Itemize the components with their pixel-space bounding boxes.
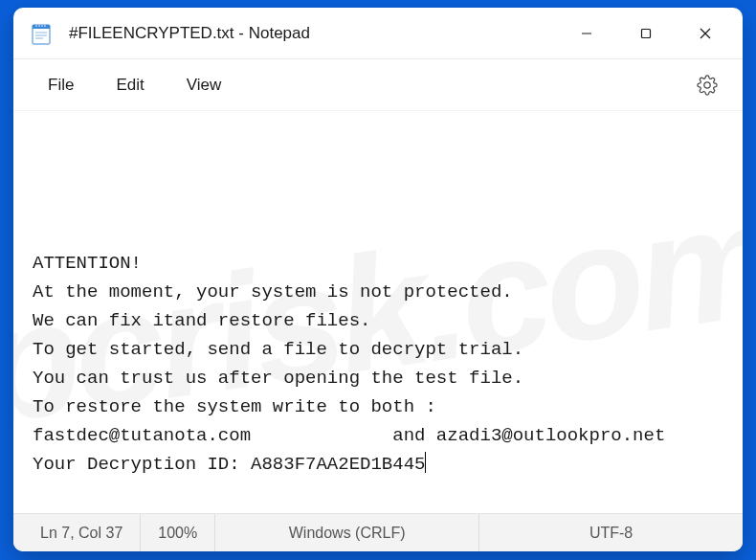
gear-icon [697, 75, 718, 96]
statusbar: Ln 7, Col 37 100% Windows (CRLF) UTF-8 [13, 513, 743, 551]
text-area[interactable]: pcrisk.com ATTENTION! At the moment, you… [13, 111, 743, 513]
svg-point-8 [44, 25, 46, 27]
svg-point-5 [35, 25, 37, 27]
svg-rect-10 [642, 29, 651, 37]
status-zoom[interactable]: 100% [141, 514, 215, 551]
maximize-button[interactable] [616, 12, 676, 55]
text-line: To restore the system write to both : [33, 396, 436, 417]
window-title: #FILEENCRYPTED.txt - Notepad [69, 24, 557, 43]
svg-point-6 [38, 25, 40, 27]
text-line: You can trust us after opening the test … [33, 368, 523, 389]
status-line-ending: Windows (CRLF) [215, 514, 479, 551]
menu-view[interactable]: View [166, 68, 243, 102]
status-encoding: UTF-8 [479, 514, 743, 551]
titlebar: #FILEENCRYPTED.txt - Notepad [13, 8, 743, 59]
text-cursor [425, 452, 426, 473]
menu-file[interactable]: File [27, 68, 95, 102]
menu-edit[interactable]: Edit [95, 68, 165, 102]
window-controls [557, 12, 735, 55]
text-line: Your Decryption ID: A883F7AA2ED1B445 [33, 454, 425, 475]
close-button[interactable] [676, 12, 735, 55]
svg-point-7 [41, 25, 43, 27]
text-line: ATTENTION! [33, 253, 142, 274]
minimize-button[interactable] [557, 12, 616, 55]
text-line: At the moment, your system is not protec… [33, 281, 513, 302]
notepad-icon [31, 21, 52, 46]
menubar: File Edit View [13, 59, 743, 111]
text-line: We can fix itand restore files. [33, 310, 370, 331]
text-line: fastdec@tutanota.com and azadi3@outlookp… [33, 425, 665, 446]
settings-button[interactable] [685, 67, 729, 103]
notepad-window: #FILEENCRYPTED.txt - Notepad File E [13, 8, 743, 551]
text-line: To get started, send a file to decrypt t… [33, 339, 523, 360]
status-position: Ln 7, Col 37 [13, 514, 141, 551]
svg-rect-1 [33, 25, 50, 29]
